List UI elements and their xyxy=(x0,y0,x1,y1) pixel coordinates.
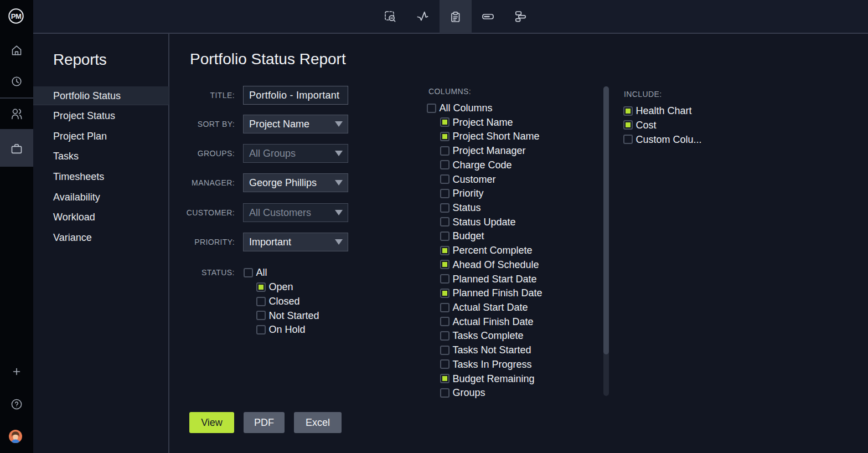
svg-text:PM: PM xyxy=(11,12,21,20)
